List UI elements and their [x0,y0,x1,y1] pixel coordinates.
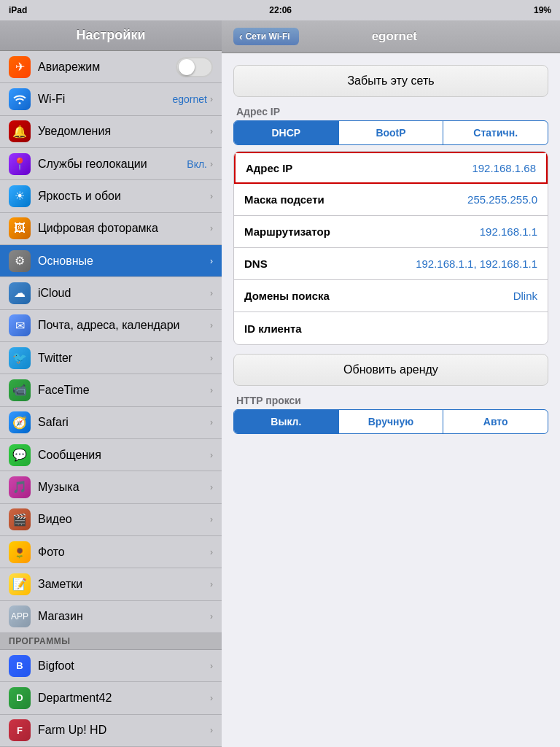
photos-icon: 🌻 [9,541,31,563]
chevron-icon-mail: › [210,320,213,330]
chevron-icon-farmup: › [210,725,213,735]
sidebar-label-general: Основные [38,255,210,268]
location-icon: 📍 [9,153,31,175]
brightness-icon: ☀ [9,185,31,207]
status-left: iPad [9,5,27,15]
sidebar-item-twitter[interactable]: 🐦 Twitter › [0,342,222,374]
sidebar-label-location: Службы геолокации [38,158,187,171]
proxy-section: HTTP прокси Выкл. Вручную Авто [233,395,548,434]
chevron-icon-notifications: › [210,126,213,136]
sidebar-item-airplane[interactable]: ✈ Авиарежим [0,51,222,83]
airplane-icon: ✈ [9,56,31,78]
airplane-toggle-knob [179,59,195,75]
sidebar-label-wifi: Wi-Fi [38,93,173,106]
sidebar-item-notes[interactable]: 📝 Заметки › [0,568,222,600]
seg-btn-proxy-auto[interactable]: Авто [443,410,548,433]
table-row-dns[interactable]: DNS 192.168.1.1, 192.168.1.1 [234,248,548,280]
chevron-icon-twitter: › [210,353,213,363]
row-label-ip: Адрес IP [246,162,472,174]
forget-network-button[interactable]: Забыть эту сеть [233,65,548,97]
table-row-client-id[interactable]: ID клиента [234,312,548,344]
chevron-icon-photos: › [210,547,213,557]
sidebar-label-safari: Safari [38,416,210,429]
seg-btn-dhcp[interactable]: DHCP [234,121,339,144]
sidebar-item-store[interactable]: APP Магазин › [0,601,222,633]
chevron-icon-brightness: › [210,191,213,201]
proxy-segmented-control[interactable]: Выкл. Вручную Авто [233,409,548,434]
icloud-icon: ☁ [9,282,31,304]
row-label-router: Маршрутизатор [244,225,480,238]
sidebar-item-bigfoot[interactable]: B Bigfoot › [0,650,222,682]
sidebar-item-mail[interactable]: ✉ Почта, адреса, календари › [0,310,222,342]
store-icon: APP [9,605,31,627]
sidebar-item-messages[interactable]: 💬 Сообщения › [0,439,222,471]
row-label-dns: DNS [244,258,416,270]
seg-btn-static[interactable]: Статичн. [443,121,548,144]
sidebar-label-photos: Фото [38,546,210,559]
table-row-search-domains[interactable]: Домены поиска Dlink [234,280,548,312]
sidebar-item-picture[interactable]: 🖼 Цифровая фоторамка › [0,213,222,245]
proxy-section-label: HTTP прокси [233,395,548,406]
sidebar-label-music: Музыка [38,481,210,494]
sidebar-item-icloud[interactable]: ☁ iCloud › [0,277,222,309]
status-right: 19% [534,5,551,15]
facetime-icon: 📹 [9,379,31,401]
airplane-toggle[interactable] [176,57,213,77]
ip-section-label: Адрес IP [233,106,548,117]
chevron-icon-facetime: › [210,385,213,395]
sidebar-item-safari[interactable]: 🧭 Safari › [0,407,222,439]
renew-lease-button[interactable]: Обновить аренду [233,354,548,386]
back-arrow-icon: ‹ [239,31,243,42]
sidebar-item-wifi[interactable]: Wi-Fi egornet › [0,83,222,115]
row-label-client-id: ID клиента [244,322,537,335]
sidebar-item-location[interactable]: 📍 Службы геолокации Вкл. › [0,148,222,180]
airplane-toggle-track[interactable] [176,57,213,77]
chevron-icon-notes: › [210,579,213,589]
sidebar-label-mail: Почта, адреса, календари [38,319,210,332]
chevron-icon: › [210,94,213,104]
sidebar-item-general[interactable]: ⚙ Основные › [0,245,222,277]
chevron-icon-bigfoot: › [210,661,213,671]
sidebar-label-bigfoot: Bigfoot [38,659,210,673]
status-bar: iPad 22:06 19% [0,0,560,20]
sidebar-item-notifications[interactable]: 🔔 Уведомления › [0,116,222,148]
chevron-icon-video: › [210,514,213,525]
table-row-router[interactable]: Маршрутизатор 192.168.1.1 [234,216,548,248]
sidebar-label-farmup: Farm Up! HD [38,724,210,737]
sidebar-item-brightness[interactable]: ☀ Яркость и обои › [0,180,222,212]
back-button-label: Сети Wi-Fi [246,31,290,42]
row-value-ip: 192.168.1.68 [472,162,536,174]
row-value-router: 192.168.1.1 [480,225,537,238]
sidebar-item-department42[interactable]: D Department42 › [0,682,222,714]
sidebar: Настройки ✈ Авиарежим Wi-Fi egornet › [0,20,222,747]
sidebar-item-facetime[interactable]: 📹 FaceTime › [0,374,222,406]
department42-icon: D [9,687,31,709]
ip-section: Адрес IP DHCP BootP Статичн. Адрес IP 19… [233,106,548,345]
sidebar-label-facetime: FaceTime [38,384,210,397]
seg-btn-bootp[interactable]: BootP [339,121,444,144]
sidebar-item-farmup[interactable]: F Farm Up! HD › [0,715,222,747]
sidebar-item-photos[interactable]: 🌻 Фото › [0,536,222,568]
music-icon: 🎵 [9,476,31,498]
sidebar-label-notes: Заметки [38,578,210,591]
bigfoot-icon: B [9,655,31,677]
table-row-ip[interactable]: Адрес IP 192.168.1.68 [234,152,548,184]
sidebar-item-video[interactable]: 🎬 Видео › [0,504,222,536]
sidebar-label-store: Магазин [38,610,210,623]
seg-btn-proxy-off[interactable]: Выкл. [234,410,339,433]
device-label: iPad [9,5,27,15]
back-button[interactable]: ‹ Сети Wi-Fi [233,28,299,45]
table-row-subnet[interactable]: Маска подсети 255.255.255.0 [234,184,548,216]
mail-icon: ✉ [9,314,31,336]
row-value-dns: 192.168.1.1, 192.168.1.1 [416,258,537,270]
ip-segmented-control[interactable]: DHCP BootP Статичн. [233,120,548,145]
sidebar-label-twitter: Twitter [38,352,210,365]
sidebar-title: Настройки [0,20,222,51]
row-value-search-domains: Dlink [513,290,537,302]
sidebar-item-music[interactable]: 🎵 Музыка › [0,471,222,503]
safari-icon: 🧭 [9,411,31,433]
chevron-icon-icloud: › [210,288,213,298]
status-time: 22:06 [269,5,292,15]
seg-btn-proxy-manual[interactable]: Вручную [339,410,444,433]
right-header: ‹ Сети Wi-Fi egornet [222,20,560,53]
